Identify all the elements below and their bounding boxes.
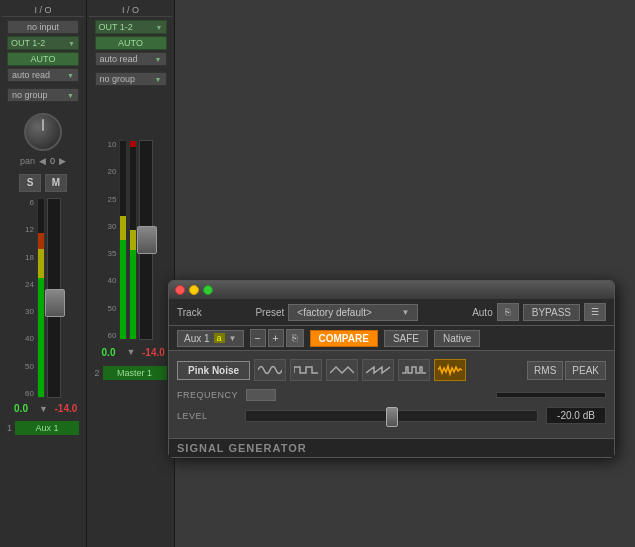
level-slider-track[interactable] — [245, 410, 538, 422]
level-slider-handle[interactable] — [386, 407, 398, 427]
preset-section: Preset <factory default> ▼ — [210, 304, 465, 321]
rms-peak-section: RMS PEAK — [527, 361, 606, 380]
group-btn-1[interactable]: no group ▼ — [7, 88, 79, 102]
out-label-2: OUT 1-2 — [99, 22, 133, 32]
preset-arrow: ▼ — [401, 308, 409, 317]
preset-label: Preset — [255, 307, 284, 318]
plugin-settings-icon[interactable]: ☰ — [584, 303, 606, 321]
auto-section: Auto ⎘ BYPASS ☰ — [472, 303, 606, 321]
fader-1[interactable] — [47, 198, 61, 398]
mixer-area: I / O no input OUT 1-2 ▼ AUTO auto read … — [0, 0, 175, 547]
pan-row-1: pan ◀ 0 ▶ — [7, 156, 79, 166]
rms-btn[interactable]: RMS — [527, 361, 563, 380]
channel-bottom-2: 0.0 ▼ -14.0 Σ — [95, 345, 167, 359]
copy-icon[interactable]: ⎘ — [286, 329, 304, 347]
minus-btn[interactable]: − — [250, 329, 266, 347]
fader-handle-2[interactable] — [137, 226, 157, 254]
preset-value: <factory default> — [297, 307, 372, 318]
sine-icon — [258, 363, 282, 377]
channel-bottom-1: 0.0 ▼ -14.0 — [7, 403, 79, 414]
pan-value-1: 0 — [50, 156, 55, 166]
group-btn-2[interactable]: no group ▼ — [95, 72, 167, 86]
channel-number-2: 2 — [95, 368, 100, 378]
pulse-icon — [402, 363, 426, 377]
fader-val-1: 0.0 — [7, 403, 35, 414]
solo-mute-1: S M — [19, 174, 67, 192]
fader-handle-1[interactable] — [45, 289, 65, 317]
io-label-1: I / O — [2, 4, 84, 17]
aux-btn[interactable]: Aux 1 a ▼ — [177, 330, 244, 347]
auto-label: Auto — [472, 307, 493, 318]
frequency-display — [496, 392, 606, 398]
auto-copy-icon[interactable]: ⎘ — [497, 303, 519, 321]
pan-knob-1[interactable] — [24, 113, 62, 151]
sawtooth-icon — [366, 363, 390, 377]
scale-labels-1: 6 12 18 24 30 40 50 60 — [25, 198, 35, 398]
compare-btn[interactable]: COMPARE — [310, 330, 378, 347]
minimize-btn[interactable] — [189, 285, 199, 295]
solo-btn-1[interactable]: S — [19, 174, 41, 192]
group-arrow-1: ▼ — [67, 92, 74, 99]
plugin-main: Pink Noise — [169, 351, 614, 438]
level-area: LEVEL -20.0 dB — [177, 407, 606, 424]
peak-btn[interactable]: PEAK — [565, 361, 606, 380]
plugin-bottom: SIGNAL GENERATOR — [169, 438, 614, 457]
meter-1a — [37, 198, 45, 398]
channel-2: I / O OUT 1-2 ▼ AUTO auto read ▼ no grou… — [87, 0, 175, 547]
waveform-row: Pink Noise — [177, 359, 606, 381]
safe-btn[interactable]: SAFE — [384, 330, 428, 347]
pan-label-1: pan — [20, 156, 35, 166]
channel-name-2[interactable]: Master 1 — [103, 366, 167, 380]
triangle-wave-btn[interactable] — [326, 359, 358, 381]
mute-btn-1[interactable]: M — [45, 174, 67, 192]
preset-dropdown[interactable]: <factory default> ▼ — [288, 304, 418, 321]
noise2-icon — [438, 363, 462, 377]
pan-left-arrow[interactable]: ◀ — [39, 156, 46, 166]
plus-btn[interactable]: + — [268, 329, 284, 347]
maximize-btn[interactable] — [203, 285, 213, 295]
meter-2b — [129, 140, 137, 340]
pan-right-arrow[interactable]: ▶ — [59, 156, 66, 166]
level-label: LEVEL — [177, 411, 237, 421]
channel-name-1[interactable]: Aux 1 — [15, 421, 79, 435]
sine-wave-btn[interactable] — [254, 359, 286, 381]
out-arrow-2: ▼ — [156, 24, 163, 31]
fader-area-1: 6 12 18 24 30 40 50 60 — [25, 198, 61, 398]
fader-val-1b: -14.0 — [52, 403, 80, 414]
out-btn-2[interactable]: OUT 1-2 ▼ — [95, 20, 167, 34]
out-label-1: OUT 1-2 — [11, 38, 45, 48]
a-indicator: a — [214, 333, 225, 343]
fader-area-2: 10 20 25 30 35 40 50 60 — [108, 140, 154, 340]
channel-number-1: 1 — [7, 423, 12, 433]
square-icon — [294, 363, 318, 377]
bypass-btn[interactable]: BYPASS — [523, 304, 580, 321]
group-arrow-2: ▼ — [155, 76, 162, 83]
out-btn-1[interactable]: OUT 1-2 ▼ — [7, 36, 79, 50]
plugin-titlebar — [169, 281, 614, 299]
square-wave-btn[interactable] — [290, 359, 322, 381]
auto-mode-2[interactable]: auto read ▼ — [95, 52, 167, 66]
fader-2[interactable] — [139, 140, 153, 340]
auto-mode-text-1: auto read — [12, 70, 50, 80]
plugin-window: Track Preset <factory default> ▼ Auto ⎘ … — [168, 280, 615, 458]
native-btn[interactable]: Native — [434, 330, 480, 347]
aux-label: Aux 1 — [184, 333, 210, 344]
triangle-icon — [330, 363, 354, 377]
pink-noise-btn[interactable]: Pink Noise — [177, 361, 250, 380]
group-text-2: no group — [100, 74, 136, 84]
channel-down-arrow-2: ▼ — [127, 347, 136, 357]
no-input-btn[interactable]: no input — [7, 20, 79, 34]
auto-label-1: AUTO — [7, 52, 79, 66]
aux-arrow: ▼ — [229, 334, 237, 343]
plugin-header-row1: Track Preset <factory default> ▼ Auto ⎘ … — [169, 299, 614, 326]
close-btn[interactable] — [175, 285, 185, 295]
auto-mode-1[interactable]: auto read ▼ — [7, 68, 79, 82]
noise2-wave-btn[interactable] — [434, 359, 466, 381]
channel-down-arrow-1: ▼ — [39, 404, 48, 414]
sawtooth-wave-btn[interactable] — [362, 359, 394, 381]
frequency-slider[interactable] — [246, 389, 276, 401]
level-display: -20.0 dB — [546, 407, 606, 424]
fader-val-2: 0.0 — [95, 347, 123, 358]
pulse-wave-btn[interactable] — [398, 359, 430, 381]
channel-1: I / O no input OUT 1-2 ▼ AUTO auto read … — [0, 0, 87, 547]
